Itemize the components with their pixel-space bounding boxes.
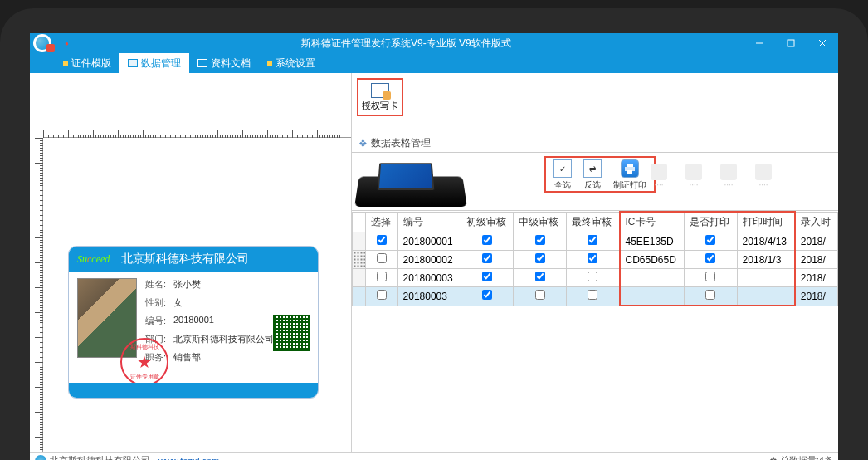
invert-select-button[interactable]: ⇄ 反选 (578, 159, 607, 191)
select-all-button[interactable]: ✓ 全选 (549, 159, 577, 191)
write-card-icon (371, 83, 389, 98)
cell-primary[interactable] (461, 251, 514, 269)
final-checkbox[interactable] (588, 235, 597, 245)
primary-checkbox[interactable] (482, 235, 492, 245)
menu-template[interactable]: 证件模版 (55, 53, 119, 73)
col-select[interactable]: 选择 (366, 212, 398, 232)
cell-mid[interactable] (514, 232, 567, 251)
cell-print-time: 2018/4/13 (737, 232, 795, 251)
card-company: 北京斯科德科技有限公司 (121, 252, 249, 267)
primary-checkbox[interactable] (482, 253, 492, 263)
mid-checkbox[interactable] (535, 235, 545, 245)
table-row[interactable]: 201800032018/ (353, 287, 838, 306)
mid-checkbox[interactable] (535, 290, 545, 300)
final-checkbox[interactable] (588, 253, 597, 263)
row-marker (353, 232, 366, 251)
cell-select[interactable] (366, 287, 398, 306)
cell-number: 201800001 (397, 232, 461, 251)
ruler-vertical (30, 138, 43, 452)
menu-docs[interactable]: 资料文档 (189, 53, 259, 73)
cell-printed[interactable] (685, 287, 738, 306)
final-checkbox[interactable] (588, 272, 597, 281)
mid-checkbox[interactable] (535, 253, 545, 263)
select-checkbox[interactable] (377, 272, 387, 281)
cell-mid[interactable] (514, 287, 567, 306)
cell-final[interactable] (566, 269, 619, 287)
data-table: 选择 编号 初级审核 中级审核 最终审核 IC卡号 是否打印 打印时间 录入时 (352, 211, 838, 306)
panel-title: 数据表格管理 (371, 136, 431, 150)
cell-print-time (737, 287, 795, 306)
table-toolbar: ✓ 全选 ⇄ 反选 制证打印 (352, 153, 838, 211)
cell-number: 20180003 (397, 287, 461, 306)
cell-enter-time: 2018/ (795, 287, 838, 306)
printed-checkbox[interactable] (705, 235, 715, 245)
cell-final[interactable] (566, 232, 619, 251)
ghost-btn: ···· (677, 158, 710, 194)
data-table-wrap[interactable]: 选择 编号 初级审核 中级审核 最终审核 IC卡号 是否打印 打印时间 录入时 (352, 211, 838, 452)
row-marker (353, 287, 366, 306)
toolbar-highlight-group: ✓ 全选 ⇄ 反选 制证打印 (544, 156, 656, 193)
select-checkbox[interactable] (377, 290, 387, 300)
cell-ic (620, 287, 685, 306)
cell-final[interactable] (566, 287, 619, 306)
row-marker (353, 251, 366, 269)
card-preview-header: Succeed 北京斯科德科技有限公司 (69, 247, 318, 272)
col-number[interactable]: 编号 (397, 212, 461, 232)
write-card-label: 授权写卡 (362, 100, 398, 112)
cell-select[interactable] (366, 251, 398, 269)
maximize-button[interactable] (775, 33, 807, 53)
select-checkbox[interactable] (377, 253, 387, 263)
cell-print-time: 2018/1/3 (737, 251, 795, 269)
cell-primary[interactable] (461, 287, 514, 306)
cell-printed[interactable] (685, 251, 738, 269)
cell-mid[interactable] (514, 269, 567, 287)
col-mid[interactable]: 中级审核 (514, 212, 567, 232)
card-preview[interactable]: Succeed 北京斯科德科技有限公司 姓名:张小樊 性别:女 编号:20180… (68, 246, 319, 399)
final-checkbox[interactable] (588, 290, 597, 300)
printed-checkbox[interactable] (705, 272, 715, 281)
cell-final[interactable] (566, 251, 619, 269)
cell-ic: 45EE135D (620, 232, 685, 251)
status-url[interactable]: www.fezid.com (158, 456, 219, 461)
minimize-button[interactable] (744, 33, 775, 53)
col-enter-time[interactable]: 录入时 (795, 212, 838, 232)
col-final[interactable]: 最终审核 (566, 212, 619, 232)
cell-primary[interactable] (461, 269, 514, 287)
col-printed[interactable]: 是否打印 (685, 212, 738, 232)
menu-settings[interactable]: 系统设置 (259, 53, 324, 73)
data-pane: 授权写卡 ❖ 数据表格管理 ✓ 全选 (352, 73, 838, 452)
close-button[interactable] (807, 33, 838, 53)
cell-select[interactable] (366, 232, 398, 251)
ghost-btn: ···· (747, 158, 780, 194)
primary-checkbox[interactable] (482, 272, 492, 281)
ghost-btn: ···· (642, 158, 675, 194)
menu-data-manage[interactable]: 数据管理 (119, 53, 189, 73)
cell-print-time (737, 269, 795, 287)
select-checkbox[interactable] (377, 235, 387, 245)
write-card-button[interactable]: 授权写卡 (357, 78, 403, 116)
cell-printed[interactable] (685, 232, 738, 251)
menu-label: 系统设置 (276, 56, 315, 71)
card-reader-image (357, 156, 465, 208)
gear-icon: ❖ (358, 138, 368, 149)
cell-primary[interactable] (461, 232, 514, 251)
cell-mid[interactable] (514, 251, 567, 269)
col-print-time[interactable]: 打印时间 (737, 212, 795, 232)
cell-enter-time: 2018/ (795, 232, 838, 251)
printed-checkbox[interactable] (705, 253, 715, 263)
table-row[interactable]: 2018000032018/ (353, 269, 838, 287)
mid-checkbox[interactable] (535, 272, 545, 281)
design-pane: Succeed 北京斯科德科技有限公司 姓名:张小樊 性别:女 编号:20180… (30, 73, 352, 452)
status-total: ❖ 总数据量:4条 (769, 454, 833, 460)
ghost-btn: ···· (712, 158, 745, 194)
primary-checkbox[interactable] (482, 290, 492, 300)
cell-printed[interactable] (685, 269, 738, 287)
printed-checkbox[interactable] (705, 290, 715, 300)
status-logo-icon (35, 455, 46, 461)
cell-select[interactable] (366, 269, 398, 287)
table-row[interactable]: 201800002CD65D65D2018/1/32018/ (353, 251, 838, 269)
col-primary[interactable]: 初级审核 (461, 212, 514, 232)
table-row[interactable]: 20180000145EE135D2018/4/132018/ (353, 232, 838, 251)
row-marker-header (353, 212, 366, 232)
col-ic[interactable]: IC卡号 (620, 212, 685, 232)
